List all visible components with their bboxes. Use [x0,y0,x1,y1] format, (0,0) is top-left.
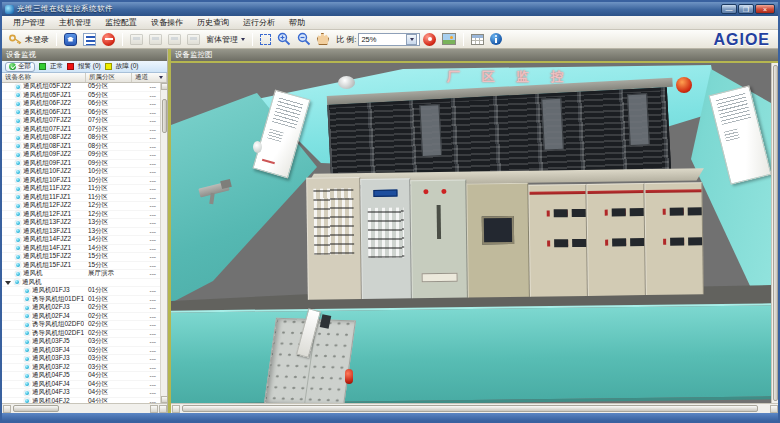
device-channel-value: --- [130,347,156,354]
separator [56,33,57,46]
scale-combobox[interactable]: 25% [358,33,420,46]
indicator-grid [368,207,405,257]
scrollbar-thumb[interactable] [182,405,758,412]
scroll-right-arrow[interactable] [770,405,778,413]
breaker-cabinet-2[interactable] [586,183,646,296]
image-button[interactable] [439,32,459,46]
scroll-up-arrow[interactable] [161,83,167,90]
device-status-icon [14,279,20,285]
pan-button[interactable] [314,32,332,46]
close-button[interactable]: × [755,4,775,14]
grid-view-button[interactable] [468,33,487,46]
combo-arrow[interactable] [406,34,417,45]
alarm-status-swatch [67,63,74,70]
screen-cabinet[interactable] [466,183,530,298]
device-status-icon [15,220,21,226]
minimize-button[interactable]: — [721,4,737,14]
scroll-left-arrow[interactable] [3,405,11,413]
tree-horizontal-scrollbar[interactable] [2,403,167,413]
home-button[interactable] [61,32,80,47]
device-status-icon [15,101,21,107]
device-channel-value: --- [130,245,156,252]
menu-host-management[interactable]: 主机管理 [52,16,98,29]
filter-fault-label[interactable]: 故障 (0) [116,62,139,71]
filter-normal-label[interactable]: 正常 [50,62,63,71]
device-channel-value: --- [130,296,156,303]
scrollbar-thumb[interactable] [13,405,59,412]
device-status-icon [15,135,21,141]
info-button[interactable] [487,32,505,46]
cctv-camera[interactable] [197,177,237,211]
column-device-name[interactable]: 设备名称 [2,73,86,82]
device-channel-value: --- [130,381,156,388]
login-button[interactable]: 未登录 [6,33,52,46]
red-indicator-lamps [423,189,428,194]
column-channel-label: 通道 [135,73,148,82]
menu-history-query[interactable]: 历史查询 [190,16,236,29]
indicator-cabinet[interactable] [306,177,362,300]
viewport-horizontal-scrollbar[interactable] [171,403,778,413]
device-status-icon [24,330,30,336]
device-status-icon [15,152,21,158]
menu-user-management[interactable]: 用户管理 [6,16,52,29]
menu-run-analysis[interactable]: 运行分析 [236,16,282,29]
device-status-icon [24,364,30,370]
snapshot-button[interactable] [420,32,439,47]
breaker-cabinet-3[interactable] [644,182,704,295]
zoom-out-button[interactable] [294,31,314,47]
window-restore-button[interactable] [184,33,203,46]
device-channel-value: --- [130,330,156,337]
separator [463,33,464,46]
scrollbar-thumb[interactable] [773,65,778,401]
device-channel-value: --- [130,168,156,175]
menu-help[interactable]: 帮助 [282,16,312,29]
stop-button[interactable] [99,32,118,47]
agioe-logo: AGIOE [713,31,770,49]
breaker-cabinet-1[interactable] [528,184,588,297]
device-channel-value: --- [130,287,156,294]
window-split-button[interactable] [165,33,184,46]
switch-cabinet[interactable] [410,180,468,299]
marquee-select-button[interactable] [257,33,274,46]
window-manage-button[interactable]: 窗体管理 [203,33,248,46]
window-tile-button[interactable] [146,33,165,46]
display-cabinet[interactable] [360,178,412,299]
control-cabinet-row[interactable] [306,166,712,300]
sign-text-lines [272,97,303,129]
scroll-down-arrow[interactable] [161,396,167,403]
device-status-icon [15,143,21,149]
zoom-in-button[interactable] [274,31,294,47]
menu-device-operation[interactable]: 设备操作 [144,16,190,29]
device-channel-value: --- [130,372,156,379]
column-channel[interactable]: 通道 [132,73,167,82]
chevron-down-icon [410,38,414,43]
viewport-vertical-scrollbar[interactable] [771,63,778,403]
device-status-icon [24,296,30,302]
window-restore-icon [187,34,200,45]
scrollbar-thumb[interactable] [162,99,167,133]
device-status-icon [15,126,21,132]
scroll-right-arrow[interactable] [159,405,167,413]
device-channel-value: --- [130,126,156,133]
column-zone[interactable]: 所属分区 [86,73,132,82]
window-cascade-icon [130,34,143,45]
3d-viewport[interactable]: 厂 区 监 控 [171,63,778,403]
filter-alarm-label[interactable]: 报警 (0) [78,62,101,71]
device-channel-value: --- [130,313,156,320]
filter-all-button[interactable]: 全部 [5,62,35,72]
tree-vertical-scrollbar[interactable] [160,83,167,403]
device-status-icon [15,169,21,175]
device-status-icon [15,211,21,217]
window-cascade-button[interactable] [127,33,146,46]
device-status-icon [24,347,30,353]
camera-mount [209,193,214,204]
maximize-button[interactable]: ❐ [738,4,754,14]
chevron-down-icon [241,38,245,43]
menu-monitor-config[interactable]: 监控配置 [98,16,144,29]
rack-door [627,93,650,146]
nav-list-button[interactable] [80,32,99,47]
scroll-left-arrow2[interactable] [150,405,158,413]
device-status-icon [15,109,21,115]
scroll-left-arrow[interactable] [172,405,180,413]
device-channel-value: --- [130,262,156,269]
